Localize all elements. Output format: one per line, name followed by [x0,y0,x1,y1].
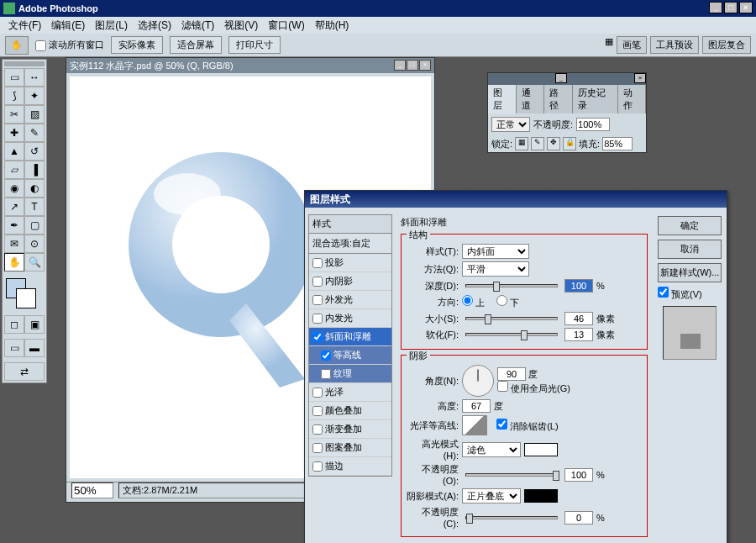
highlight-opacity-slider[interactable] [465,473,558,477]
lock-paint-icon[interactable]: ✎ [531,137,544,150]
move-tool[interactable]: ↔ [24,68,45,87]
screenmode-std[interactable]: ▭ [4,339,24,357]
menu-select[interactable]: 选择(S) [133,18,176,33]
altitude-field[interactable] [462,399,491,413]
jump-to-ir[interactable]: ⇄ [4,362,45,381]
highlight-mode-select[interactable]: 滤色 [462,442,521,457]
tab-layers[interactable]: 图层 [488,85,517,113]
document-titlebar[interactable]: 实例112 水晶字.psd @ 50% (Q, RGB/8) _□× [66,58,434,73]
global-light-checkbox[interactable]: 使用全局光(G) [497,383,570,393]
size-field[interactable] [564,312,593,325]
eyedropper-tool[interactable]: ⊙ [24,235,45,253]
wand-tool[interactable]: ✦ [24,87,45,105]
minimize-button[interactable]: _ [709,2,722,13]
tab-actions[interactable]: 动作 [618,85,647,113]
gloss-contour-picker[interactable] [462,415,487,435]
blur-tool[interactable]: ◉ [4,179,24,198]
screenmode-full[interactable]: ▬ [24,339,45,357]
lasso-tool[interactable]: ⟆ [4,87,24,105]
ok-button[interactable]: 确定 [658,216,722,235]
panel-minimize[interactable]: _ [555,73,567,83]
menu-edit[interactable]: 编辑(E) [46,18,90,33]
panel-close[interactable]: × [634,73,646,83]
pen-tool[interactable]: ✒ [4,216,24,235]
fx-contour[interactable]: 等高线 [309,346,391,365]
doc-close[interactable]: × [419,60,431,71]
shadow-color-swatch[interactable] [524,489,558,503]
maximize-button[interactable]: □ [724,2,738,13]
bevel-technique-select[interactable]: 平滑 [462,261,529,277]
angle-field[interactable] [497,367,526,381]
lock-transparency-icon[interactable]: ▦ [515,137,528,150]
direction-up-radio[interactable]: 上 [462,295,485,309]
tab-paths[interactable]: 路径 [544,85,573,113]
palette-toggle-icon[interactable]: ▦ [605,36,613,54]
cancel-button[interactable]: 取消 [658,240,722,259]
blending-options[interactable]: 混合选项:自定 [308,234,392,253]
doc-maximize[interactable]: □ [407,60,418,71]
highlight-color-swatch[interactable] [524,443,558,456]
size-slider[interactable] [465,317,558,320]
direction-down-radio[interactable]: 下 [496,295,519,309]
actual-pixels-button[interactable]: 实际像素 [111,36,163,54]
depth-slider[interactable] [465,284,558,287]
antialias-checkbox[interactable]: 消除锯齿(L) [496,419,559,433]
blend-mode-select[interactable]: 正常 [491,117,530,132]
soften-field[interactable] [564,328,593,341]
menu-help[interactable]: 帮助(H) [310,18,354,33]
bevel-style-select[interactable]: 内斜面 [462,244,529,259]
fx-stroke[interactable]: 描边 [309,457,391,476]
type-tool[interactable]: T [24,198,45,216]
toolbox-handle[interactable] [4,61,45,66]
crop-tool[interactable]: ✂ [4,105,24,124]
menu-filter[interactable]: 滤镜(T) [176,18,219,33]
tab-history[interactable]: 历史记录 [573,85,618,113]
screenmode-icon[interactable]: ▣ [24,315,45,334]
color-swatches[interactable] [4,277,45,310]
fx-patternoverlay[interactable]: 图案叠加 [309,439,391,457]
tab-brushes[interactable]: 画笔 [617,36,647,54]
opacity-field[interactable] [576,118,610,131]
shadow-mode-select[interactable]: 正片叠底 [462,488,521,503]
close-button[interactable]: × [739,2,753,13]
gradient-tool[interactable]: ▐ [24,161,45,179]
path-tool[interactable]: ↗ [4,198,24,216]
tab-toolpresets[interactable]: 工具预设 [650,36,699,54]
lock-all-icon[interactable]: 🔒 [563,137,576,150]
fx-texture[interactable]: 纹理 [309,365,391,383]
menu-view[interactable]: 视图(V) [219,18,263,33]
tab-channels[interactable]: 通道 [517,85,545,113]
new-style-button[interactable]: 新建样式(W)... [658,263,722,282]
fx-innershadow[interactable]: 内阴影 [309,272,391,291]
doc-minimize[interactable]: _ [394,60,406,71]
dialog-title[interactable]: 图层样式 [305,191,727,208]
fx-dropshadow[interactable]: 投影 [309,254,391,272]
hand-tool-icon[interactable]: ✋ [5,36,29,55]
zoom-tool[interactable]: 🔍 [24,253,45,272]
menu-file[interactable]: 文件(F) [3,18,46,33]
quickmask-icon[interactable]: ◻ [4,315,24,334]
heal-tool[interactable]: ✚ [4,124,24,142]
print-size-button[interactable]: 打印尺寸 [228,36,281,54]
fx-innerglow[interactable]: 内发光 [309,309,391,328]
dodge-tool[interactable]: ◐ [24,179,45,198]
lock-position-icon[interactable]: ✥ [547,137,560,150]
hand-tool[interactable]: ✋ [4,253,24,272]
zoom-field[interactable] [71,482,113,498]
shadow-opacity-slider[interactable] [465,516,558,519]
fill-field[interactable] [602,137,633,150]
stamp-tool[interactable]: ▲ [4,142,24,161]
fit-screen-button[interactable]: 适合屏幕 [170,36,222,54]
fx-satin[interactable]: 光泽 [309,383,391,402]
shadow-opacity-field[interactable] [564,511,593,525]
menu-window[interactable]: 窗口(W) [263,18,309,33]
eraser-tool[interactable]: ▱ [4,161,24,179]
highlight-opacity-field[interactable] [564,468,593,482]
notes-tool[interactable]: ✉ [4,235,24,253]
preview-checkbox[interactable]: 预览(V) [658,289,702,299]
brush-tool[interactable]: ✎ [24,124,45,142]
angle-wheel[interactable] [462,365,494,397]
menu-layer[interactable]: 图层(L) [90,18,133,33]
marquee-tool[interactable]: ▭ [4,68,24,87]
fx-outerglow[interactable]: 外发光 [309,291,391,309]
